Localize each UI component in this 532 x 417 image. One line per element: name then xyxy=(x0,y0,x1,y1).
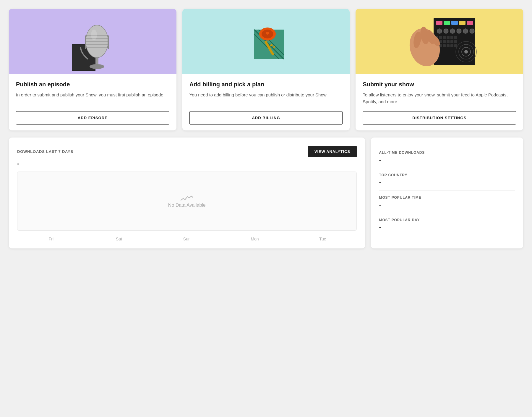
bottom-section: DOWNLOADS LAST 7 DAYS VIEW ANALYTICS - N… xyxy=(9,138,523,248)
svg-point-12 xyxy=(91,30,97,40)
svg-rect-45 xyxy=(447,40,450,43)
svg-point-9 xyxy=(90,64,104,69)
top-cards-row: Publish an episode In order to submit an… xyxy=(9,9,523,130)
x-label-fri: Fri xyxy=(17,237,85,241)
add-episode-button[interactable]: ADD EPISODE xyxy=(16,111,169,125)
svg-rect-44 xyxy=(443,40,446,43)
billing-card-image xyxy=(182,9,350,74)
analytics-card: DOWNLOADS LAST 7 DAYS VIEW ANALYTICS - N… xyxy=(9,138,365,248)
svg-point-23 xyxy=(266,32,269,35)
publish-card-body: Publish an episode In order to submit an… xyxy=(9,74,176,130)
submit-card-image xyxy=(356,9,523,74)
svg-rect-37 xyxy=(439,36,442,39)
submit-card: Submit your show To allow listeners to e… xyxy=(356,9,523,130)
analytics-header: DOWNLOADS LAST 7 DAYS VIEW ANALYTICS xyxy=(17,146,357,157)
no-data-text: No Data Available xyxy=(168,203,206,208)
billing-card: Add billing and pick a plan You need to … xyxy=(182,9,350,130)
x-label-tue: Tue xyxy=(289,237,357,241)
stat-most-popular-day: MOST POPULAR DAY - xyxy=(379,213,515,235)
downloads-label: DOWNLOADS LAST 7 DAYS xyxy=(17,149,73,154)
svg-point-32 xyxy=(450,29,455,33)
svg-rect-40 xyxy=(450,36,453,39)
key-illustration xyxy=(236,12,296,71)
all-time-downloads-label: ALL-TIME DOWNLOADS xyxy=(379,151,515,155)
most-popular-day-value: - xyxy=(379,224,515,231)
svg-point-33 xyxy=(457,29,461,33)
svg-point-31 xyxy=(444,29,448,33)
svg-point-57 xyxy=(464,50,468,54)
chart-x-axis: Fri Sat Sun Mon Tue xyxy=(17,234,357,241)
submit-card-title: Submit your show xyxy=(363,81,516,88)
billing-card-desc: You need to add billing before you can p… xyxy=(189,91,343,105)
stat-top-country: TOP COUNTRY - xyxy=(379,168,515,191)
svg-point-34 xyxy=(463,29,468,33)
stat-most-popular-time: MOST POPULAR TIME - xyxy=(379,191,515,213)
svg-rect-51 xyxy=(447,44,450,47)
billing-card-title: Add billing and pick a plan xyxy=(189,81,343,88)
svg-rect-38 xyxy=(443,36,446,39)
publish-card: Publish an episode In order to submit an… xyxy=(9,9,176,130)
most-popular-time-label: MOST POPULAR TIME xyxy=(379,195,515,200)
publish-card-image xyxy=(9,9,176,74)
svg-rect-26 xyxy=(444,21,450,25)
most-popular-time-value: - xyxy=(379,201,515,208)
stats-card: ALL-TIME DOWNLOADS - TOP COUNTRY - MOST … xyxy=(371,138,523,248)
all-time-downloads-value: - xyxy=(379,156,515,163)
x-label-mon: Mon xyxy=(221,237,289,241)
svg-rect-28 xyxy=(459,21,466,25)
x-label-sun: Sun xyxy=(153,237,221,241)
publish-card-title: Publish an episode xyxy=(16,81,169,88)
stat-all-time-downloads: ALL-TIME DOWNLOADS - xyxy=(379,146,515,168)
add-billing-button[interactable]: ADD BILLING xyxy=(189,111,343,125)
billing-card-body: Add billing and pick a plan You need to … xyxy=(182,74,350,130)
svg-point-30 xyxy=(437,29,442,33)
downloads-count: - xyxy=(17,160,357,167)
mixer-illustration xyxy=(401,12,478,71)
svg-rect-52 xyxy=(450,44,453,47)
svg-rect-29 xyxy=(467,21,473,25)
chart-area: No Data Available xyxy=(17,172,357,231)
svg-rect-41 xyxy=(454,36,457,39)
top-country-value: - xyxy=(379,179,515,186)
svg-rect-27 xyxy=(451,21,458,25)
trend-icon xyxy=(180,194,193,203)
svg-rect-46 xyxy=(450,40,453,43)
svg-rect-25 xyxy=(436,21,442,25)
svg-rect-50 xyxy=(443,44,446,47)
publish-card-desc: In order to submit and publish your Show… xyxy=(16,91,169,105)
distribution-settings-button[interactable]: DISTRIBUTION SETTINGS xyxy=(363,111,516,125)
x-label-sat: Sat xyxy=(85,237,153,241)
submit-card-desc: To allow listeners to enjoy your show, s… xyxy=(363,91,516,105)
microphone-illustration xyxy=(66,12,119,71)
submit-card-body: Submit your show To allow listeners to e… xyxy=(356,74,523,130)
svg-point-35 xyxy=(470,29,474,33)
most-popular-day-label: MOST POPULAR DAY xyxy=(379,218,515,222)
top-country-label: TOP COUNTRY xyxy=(379,173,515,177)
view-analytics-button[interactable]: VIEW ANALYTICS xyxy=(308,146,356,157)
svg-rect-47 xyxy=(454,40,457,43)
svg-rect-39 xyxy=(447,36,450,39)
